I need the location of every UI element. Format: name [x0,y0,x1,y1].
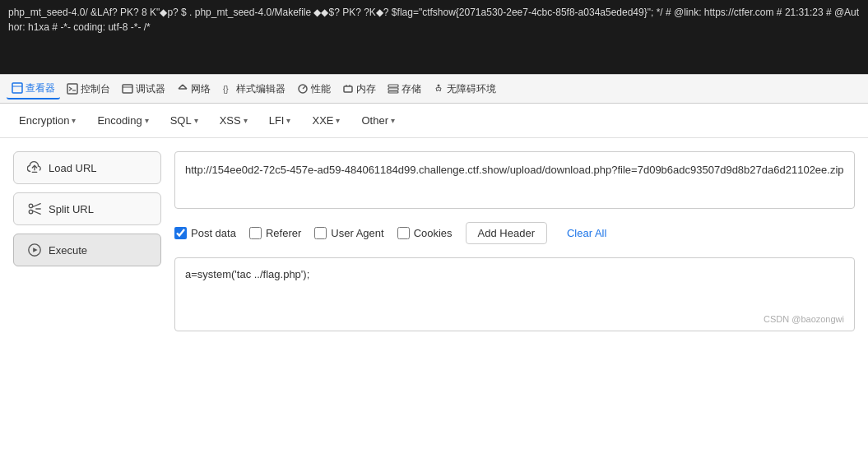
clear-all-button[interactable]: Clear All [560,223,613,243]
url-input-box[interactable]: http://154ee0d2-72c5-457e-ad59-484061184… [174,151,855,209]
execute-label: Execute [49,244,87,257]
menu-label-other: Other [361,114,388,127]
banner-text: php_mt_seed-4.0/ &LAf? PK? 8 K"◆p? $ . p… [8,7,859,33]
top-banner: php_mt_seed-4.0/ &LAf? PK? 8 K"◆p? $ . p… [0,0,868,74]
post-data-checkbox-label[interactable]: Post data [174,227,236,239]
toolbar-item-performance[interactable]: 性能 [292,80,336,99]
toolbar-item-network[interactable]: 网络 [172,80,216,99]
menu-item-encryption[interactable]: Encryption ▾ [10,109,85,132]
menu-label-encoding: Encoding [97,114,142,127]
toolbar-item-memory[interactable]: 内存 [337,80,381,99]
watermark: CSDN @baozongwi [764,314,844,324]
chevron-down-icon: ▾ [145,116,149,125]
menu-label-xxe: XXE [312,114,333,127]
menu-bar: Encryption ▾ Encoding ▾ SQL ▾ XSS ▾ LFI … [0,104,868,138]
console-icon [67,83,78,95]
chevron-down-icon: ▾ [244,116,248,125]
svg-point-14 [438,85,440,87]
split-url-button[interactable]: Split URL [13,192,161,225]
url-value: http://154ee0d2-72c5-457e-ad59-484061184… [185,164,844,176]
toolbar-label-memory: 内存 [356,82,376,96]
cookies-label: Cookies [414,227,453,239]
menu-item-encoding[interactable]: Encoding ▾ [88,109,157,132]
debug-icon [122,83,133,95]
storage-icon [388,83,399,95]
referer-checkbox[interactable] [249,227,262,239]
user-agent-checkbox-label[interactable]: User Agent [314,227,383,239]
referer-checkbox-label[interactable]: Referer [249,227,301,239]
toolbar-label-accessibility: 无障碍环境 [447,82,496,96]
play-circle-icon [27,243,42,257]
menu-item-xxe[interactable]: XXE ▾ [303,109,349,132]
svg-rect-8 [344,86,352,92]
memory-icon [342,83,354,95]
menu-item-lfi[interactable]: LFI ▾ [260,109,300,132]
svg-rect-12 [388,88,398,90]
svg-rect-11 [388,85,398,87]
toolbar-label-debugger: 调试器 [136,82,165,96]
cloud-upload-icon [27,160,42,175]
clear-all-label: Clear All [567,227,606,239]
toolbar-item-console[interactable]: 控制台 [62,80,115,99]
menu-item-sql[interactable]: SQL ▾ [161,109,207,132]
referer-label: Referer [266,227,301,239]
add-header-button[interactable]: Add Header [466,222,547,244]
chevron-down-icon: ▾ [194,116,198,125]
menu-label-encryption: Encryption [19,114,69,127]
user-agent-checkbox[interactable] [314,227,327,239]
load-url-button[interactable]: Load URL [13,151,161,184]
execute-button[interactable]: Execute [13,234,161,266]
toolbar-label-storage: 存储 [402,82,421,96]
chevron-down-icon: ▾ [336,116,340,125]
menu-item-xss[interactable]: XSS ▾ [211,109,257,132]
scissors-icon [27,201,42,216]
style-icon: {} [222,83,234,95]
menu-label-lfi: LFI [269,114,285,127]
toolbar-label-performance: 性能 [311,82,331,96]
toolbar-item-style-editor[interactable]: {} 样式编辑器 [217,80,290,99]
a11y-icon [433,83,444,95]
cookies-checkbox-label[interactable]: Cookies [397,227,453,239]
cookies-checkbox[interactable] [397,227,410,239]
svg-text:{}: {} [223,85,229,94]
svg-rect-4 [123,85,132,93]
menu-item-other[interactable]: Other ▾ [352,109,404,132]
split-url-label: Split URL [49,203,94,215]
load-url-label: Load URL [49,162,97,174]
toolbar-label-style-editor: 样式编辑器 [236,82,285,96]
post-data-value: a=system('tac ../flag.php'); [185,268,309,280]
svg-line-18 [32,204,40,207]
chevron-down-icon: ▾ [286,116,290,125]
toolbar-item-debugger[interactable]: 调试器 [117,80,170,99]
left-panel: Load URL Split URL Execute [13,151,161,331]
dev-toolbar: 查看器 控制台 调试器 网络 {} [0,74,868,104]
svg-rect-13 [388,91,398,93]
user-agent-label: User Agent [331,227,383,239]
toolbar-item-storage[interactable]: 存储 [383,80,426,99]
menu-label-xss: XSS [220,114,241,127]
svg-line-19 [32,210,40,214]
toolbar-label-inspector: 查看器 [26,81,55,95]
post-data-checkbox[interactable] [174,227,187,239]
perf-icon [297,83,309,95]
network-icon [177,83,188,95]
svg-rect-0 [12,83,22,93]
menu-label-sql: SQL [170,114,192,127]
toolbar-item-accessibility[interactable]: 无障碍环境 [428,80,501,99]
post-data-label: Post data [191,227,236,239]
svg-marker-22 [33,248,37,252]
options-row: Post data Referer User Agent Cookies Add… [174,219,855,248]
inspect-icon [12,82,23,94]
add-header-label: Add Header [478,227,535,239]
toolbar-label-console: 控制台 [81,82,110,96]
toolbar-label-network: 网络 [191,82,211,96]
right-panel: http://154ee0d2-72c5-457e-ad59-484061184… [174,151,855,331]
post-data-box[interactable]: a=system('tac ../flag.php'); CSDN @baozo… [174,257,855,331]
chevron-down-icon: ▾ [391,116,395,125]
toolbar-item-inspector[interactable]: 查看器 [7,79,60,99]
main-content: Load URL Split URL Execute [0,138,868,345]
chevron-down-icon: ▾ [72,116,76,125]
